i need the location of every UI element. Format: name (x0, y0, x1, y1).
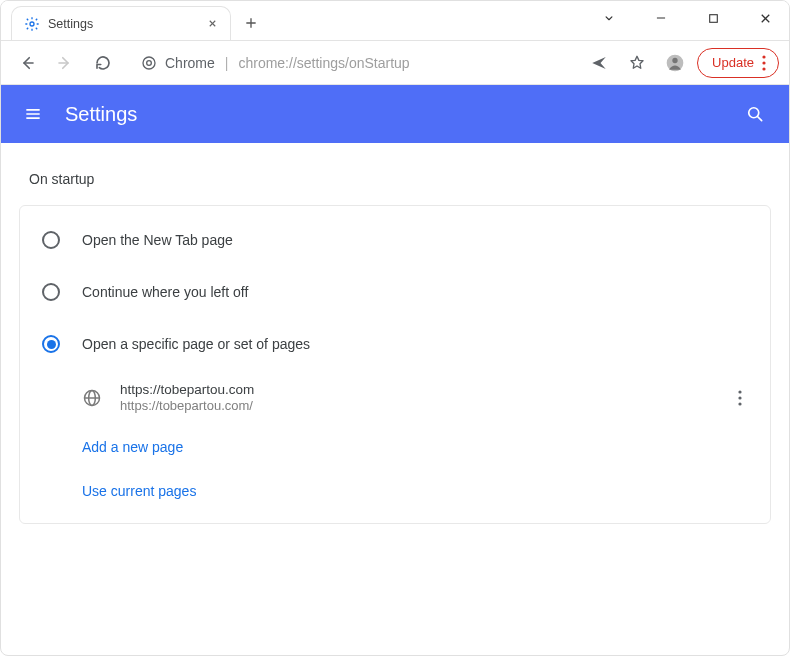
radio-label: Continue where you left off (82, 284, 248, 300)
search-button[interactable] (739, 98, 771, 130)
toolbar: Chrome | chrome://settings/onStartup Upd… (1, 41, 789, 85)
page-entry-title: https://tobepartou.com (120, 382, 254, 397)
maximize-button[interactable] (699, 4, 727, 32)
new-tab-button[interactable] (237, 9, 265, 37)
use-current-label: Use current pages (82, 483, 196, 499)
omnibox-separator: | (225, 55, 229, 71)
update-button[interactable]: Update (697, 48, 779, 78)
radio-open-new-tab[interactable]: Open the New Tab page (20, 214, 770, 266)
svg-point-28 (738, 402, 741, 405)
use-current-pages-link[interactable]: Use current pages (20, 469, 770, 513)
svg-point-11 (143, 57, 155, 69)
svg-point-16 (762, 61, 765, 64)
globe-icon (82, 388, 102, 408)
page-entry-more-button[interactable] (732, 384, 748, 412)
svg-point-4 (30, 22, 34, 26)
menu-dots-icon (762, 55, 766, 71)
send-icon[interactable] (583, 47, 615, 79)
radio-icon (42, 231, 60, 249)
svg-rect-1 (709, 14, 717, 22)
svg-point-12 (147, 60, 152, 65)
svg-point-17 (762, 67, 765, 70)
tab-title: Settings (48, 17, 93, 31)
caret-down-icon[interactable] (595, 4, 623, 32)
page-title: Settings (65, 103, 137, 126)
update-label: Update (712, 55, 754, 70)
omnibox-url-path: settings/onStartup (297, 55, 410, 71)
radio-label: Open a specific page or set of pages (82, 336, 310, 352)
svg-line-22 (758, 117, 762, 121)
settings-header: Settings (1, 85, 789, 143)
radio-continue[interactable]: Continue where you left off (20, 266, 770, 318)
page-entry-url: https://tobepartou.com/ (120, 398, 254, 413)
svg-point-26 (738, 390, 741, 393)
tab-settings[interactable]: Settings (11, 6, 231, 40)
gear-icon (24, 16, 40, 32)
omnibox-url-prefix: chrome:// (238, 55, 296, 71)
radio-specific-pages[interactable]: Open a specific page or set of pages (20, 318, 770, 370)
omnibox-chip: Chrome (165, 55, 215, 71)
omnibox[interactable]: Chrome | chrome://settings/onStartup (129, 48, 573, 78)
section-title: On startup (29, 171, 771, 187)
svg-point-15 (762, 55, 765, 58)
radio-icon (42, 283, 60, 301)
svg-point-27 (738, 396, 741, 399)
bookmark-star-button[interactable] (621, 47, 653, 79)
menu-button[interactable] (19, 100, 47, 128)
close-window-button[interactable] (751, 4, 779, 32)
startup-card: Open the New Tab page Continue where you… (19, 205, 771, 524)
forward-button[interactable] (49, 47, 81, 79)
minimize-button[interactable] (647, 4, 675, 32)
chrome-icon (141, 55, 157, 71)
back-button[interactable] (11, 47, 43, 79)
radio-icon-selected (42, 335, 60, 353)
startup-page-entry: https://tobepartou.com https://tobeparto… (20, 370, 770, 425)
add-page-link[interactable]: Add a new page (20, 425, 770, 469)
content: On startup Open the New Tab page Continu… (1, 143, 789, 546)
close-tab-button[interactable] (205, 16, 220, 31)
radio-label: Open the New Tab page (82, 232, 233, 248)
svg-point-14 (672, 57, 677, 62)
profile-avatar-button[interactable] (659, 47, 691, 79)
add-page-label: Add a new page (82, 439, 183, 455)
reload-button[interactable] (87, 47, 119, 79)
